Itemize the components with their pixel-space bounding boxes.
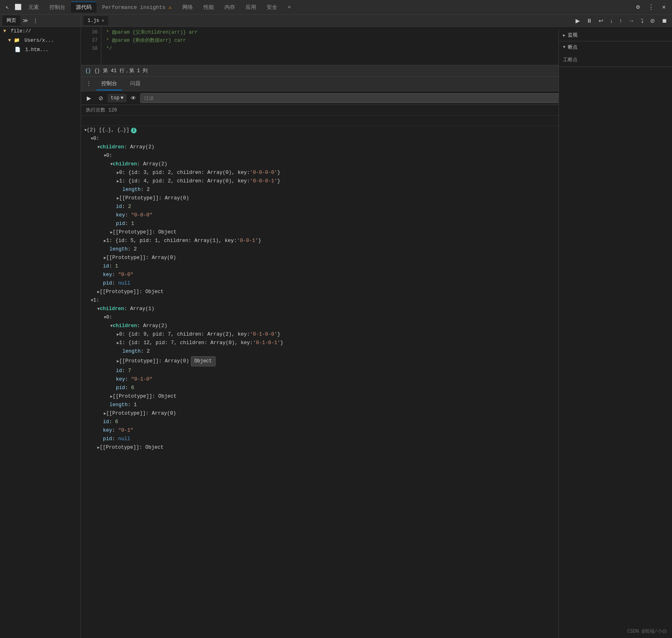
clear-icon[interactable]: ⊘	[96, 93, 106, 103]
tab-performance-insights[interactable]: Performance insights	[97, 2, 177, 12]
left-panel-item-htm-label: 1.htm...	[25, 47, 49, 53]
tree-root-label: (2) [{…}, {…}]	[87, 126, 129, 134]
top-bar: ↖ ⬜ 元素 控制台 源代码 Performance insights 网络 性…	[0, 0, 672, 15]
resume-button[interactable]: ↩	[596, 16, 606, 25]
tab-security[interactable]: 安全	[262, 2, 282, 13]
pointer-icon[interactable]: ↖	[2, 2, 12, 12]
file-icon-htm: 📄	[15, 47, 21, 53]
left-panel-item-file[interactable]: ▼ file://	[0, 27, 81, 36]
step-out-button[interactable]: →	[626, 16, 637, 25]
monitor-label: 监视	[568, 32, 578, 39]
tab-elements[interactable]: 元素	[24, 2, 44, 13]
issues-tab[interactable]: 问题	[125, 77, 146, 90]
web-tab[interactable]: 网页	[2, 15, 20, 26]
top-bar-right: ⚙ ⋮ ✕	[632, 2, 670, 13]
source-file-tab[interactable]: 1.js ✕	[83, 16, 108, 25]
console-tab[interactable]: 控制台	[96, 77, 122, 90]
left-panel-item-users-label: Users/x...	[25, 38, 54, 43]
breakpoint-header[interactable]: ▼ 断点	[559, 41, 672, 53]
tab-performance[interactable]: 性能	[199, 2, 219, 13]
tab-memory[interactable]: 内存	[220, 2, 240, 13]
breadcrumb-icon: {}	[85, 68, 91, 74]
execution-count: 执行次数 120	[86, 107, 117, 113]
close-icon[interactable]: ✕	[658, 2, 670, 13]
panel-dots-icon[interactable]: ⋮	[84, 79, 93, 89]
source-gutter: 36 37 38	[81, 27, 101, 65]
tab-sources[interactable]: 源代码	[71, 2, 96, 13]
run-button[interactable]: ▶	[573, 16, 582, 25]
main-layout: 网页 ≫ ⋮ ▼ file:// ▼ 📁 Users/x... 📄 1.htm.…	[0, 15, 672, 638]
folder-icon: ▼	[3, 28, 6, 34]
file-tab-bar: 网页 ≫ ⋮	[0, 15, 81, 27]
left-panel-item-label: file://	[11, 28, 31, 34]
filter-input[interactable]	[140, 93, 601, 103]
right-panel: ▶ 监视 ▼ 断点 工断点	[559, 29, 672, 638]
breakpoint-arrow: ▼	[563, 45, 565, 49]
line-38: 38	[84, 45, 98, 53]
tab-list-icon[interactable]: ⋮	[31, 16, 40, 25]
watermark: CSDN @前端/小白	[627, 628, 667, 635]
device-icon[interactable]: ⬜	[13, 2, 23, 12]
more-icon[interactable]: ⋮	[645, 2, 657, 13]
pause-button[interactable]: ⏸	[584, 16, 595, 25]
breakpoint-sub: 工断点	[559, 53, 672, 66]
breakpoint-label: 断点	[568, 44, 578, 51]
monitor-section: ▶ 监视	[559, 29, 672, 41]
tab-more[interactable]: »	[283, 2, 296, 12]
stop-button[interactable]: ⏹	[659, 16, 670, 25]
tab-console[interactable]: 控制台	[45, 2, 70, 13]
step-over-button[interactable]: ↓	[608, 16, 615, 25]
source-file-close[interactable]: ✕	[102, 18, 105, 23]
tab-application[interactable]: 应用	[241, 2, 261, 13]
execute-icon[interactable]: ▶	[83, 93, 94, 103]
eye-icon[interactable]: 👁	[128, 93, 139, 103]
left-panel-item-users[interactable]: ▼ 📁 Users/x...	[0, 36, 81, 45]
breakpoint-sub-label: 工断点	[563, 57, 578, 63]
source-file-tab-bar: 1.js ✕ ▶ ⏸ ↩ ↓ ↑ → ⤵ ⊘ ⏹	[81, 15, 672, 27]
info-icon: i	[131, 128, 137, 133]
tab-network[interactable]: 网络	[178, 2, 198, 13]
tooltip-object: Object	[191, 356, 216, 366]
line-36: 36	[84, 28, 98, 36]
line-37: 37	[84, 36, 98, 45]
file-tree-panel: 网页 ≫ ⋮ ▼ file:// ▼ 📁 Users/x... 📄 1.htm.…	[0, 15, 81, 638]
left-panel-item-htm[interactable]: 📄 1.htm...	[0, 45, 81, 54]
folder-icon-users: ▼ 📁	[8, 38, 20, 43]
step-into-button[interactable]: ↑	[617, 16, 625, 25]
step-button[interactable]: ⤵	[638, 16, 646, 25]
top-label: top	[111, 95, 120, 101]
breakpoint-section: ▼ 断点 工断点	[559, 41, 672, 67]
source-file-name: 1.js	[88, 18, 99, 24]
top-dropdown-arrow: ▼	[121, 95, 124, 101]
monitor-arrow: ▶	[563, 33, 565, 38]
status-position: {} 第 41 行，第 1 列	[94, 67, 148, 74]
monitor-header[interactable]: ▶ 监视	[559, 29, 672, 41]
top-selector[interactable]: top ▼	[108, 94, 126, 102]
tab-more-icon[interactable]: ≫	[21, 16, 30, 25]
source-controls: ▶ ⏸ ↩ ↓ ↑ → ⤵ ⊘ ⏹	[573, 16, 670, 25]
settings-icon[interactable]: ⚙	[632, 2, 644, 13]
deactivate-button[interactable]: ⊘	[648, 16, 657, 25]
